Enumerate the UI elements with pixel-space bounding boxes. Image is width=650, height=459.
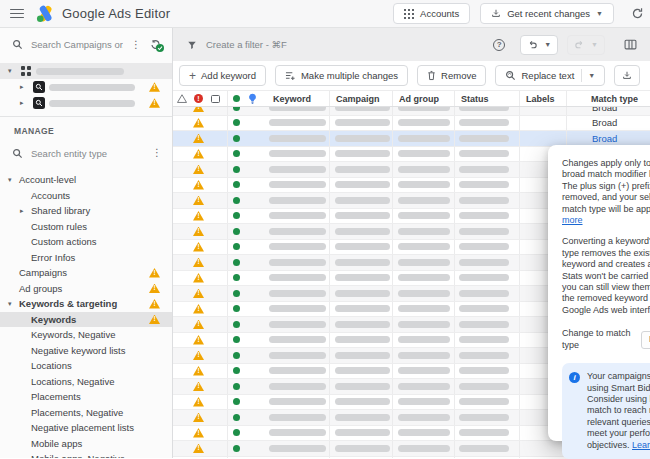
table-row[interactable]: Broad	[173, 107, 650, 116]
column-header-labels[interactable]: Labels	[520, 94, 555, 104]
match-type-cell: Broad	[592, 117, 617, 128]
more-options-icon[interactable]: ⋮	[152, 148, 162, 158]
entity-search-placeholder: Search entity type	[31, 148, 144, 159]
add-keyword-button[interactable]: + Add keyword	[179, 65, 266, 86]
sidebar-nav-item[interactable]: Mobile apps	[0, 436, 172, 452]
redacted-status	[459, 197, 509, 204]
sidebar-nav-item[interactable]: Negative placement lists	[0, 420, 172, 436]
redo-button-disabled: ▼	[567, 35, 605, 55]
chevron-down-icon[interactable]: ▼	[581, 69, 595, 82]
redacted-campaign	[335, 274, 390, 281]
help-icon[interactable]: ?	[493, 39, 505, 51]
redacted-campaign	[335, 352, 390, 359]
info-learn-more-link[interactable]: Learn more	[632, 440, 650, 450]
sidebar-nav-item[interactable]: Accounts	[0, 188, 172, 204]
redacted-status	[459, 290, 509, 297]
nav-item-label: Accounts	[31, 190, 70, 201]
warning-icon	[149, 299, 160, 309]
nav-item-label: Negative placement lists	[31, 422, 134, 433]
columns-icon[interactable]	[618, 35, 642, 55]
enabled-status-icon	[233, 414, 240, 421]
dialog-paragraph-2: Converting a keyword's match type remove…	[562, 236, 650, 316]
warning-icon	[149, 82, 160, 92]
redacted-adgroup	[398, 135, 450, 142]
undo-button[interactable]: ▼	[520, 35, 558, 55]
main-panel: Create a filter - ⌘F ? ▼ ▼ + Add keyword	[173, 28, 650, 458]
table-row[interactable]: Broad	[173, 116, 650, 132]
sidebar-nav-item[interactable]: Keywords	[0, 312, 172, 328]
campaign-search[interactable]: Search Campaigns or... ⋮	[0, 28, 172, 61]
replace-text-button[interactable]: Replace text ▼	[495, 65, 605, 86]
sidebar-nav-item[interactable]: ▸ Shared library	[0, 203, 172, 219]
account-root-item[interactable]: ▾	[0, 63, 172, 79]
redacted-status	[459, 414, 509, 421]
redacted-campaign	[335, 290, 390, 297]
sidebar-nav-item[interactable]: Ad groups	[0, 281, 172, 297]
redacted-status	[459, 259, 509, 266]
comments-column-icon[interactable]	[207, 95, 224, 103]
accounts-button[interactable]: Accounts	[393, 3, 470, 24]
redacted-keyword	[269, 352, 326, 359]
entity-type-search[interactable]: Search entity type ⋮	[0, 138, 172, 168]
redacted-status	[459, 305, 509, 312]
sidebar-nav-item[interactable]: ▾ Keywords & targeting	[0, 296, 172, 312]
sidebar-nav-item[interactable]: ▾ Account-level	[0, 172, 172, 188]
column-header-campaign[interactable]: Campaign	[330, 94, 380, 104]
redacted-status	[459, 119, 509, 126]
refresh-button[interactable]	[624, 3, 650, 24]
suggestions-column-icon[interactable]	[244, 93, 260, 105]
warning-icon	[193, 149, 204, 159]
create-filter-label[interactable]: Create a filter - ⌘F	[206, 39, 484, 50]
errors-column-icon[interactable]: !	[190, 94, 207, 103]
remove-button[interactable]: Remove	[417, 65, 486, 86]
redacted-campaign	[335, 212, 390, 219]
chevron-down-icon: ▼	[544, 41, 551, 48]
column-header-matchtype[interactable]: Match type	[591, 94, 638, 104]
sidebar-nav-item[interactable]: Custom actions	[0, 234, 172, 250]
change-match-type-label: Change to match type	[562, 328, 641, 351]
make-multiple-changes-button[interactable]: Make multiple changes	[275, 65, 408, 86]
sidebar-nav-item[interactable]: Custom rules	[0, 219, 172, 235]
action-toolbar: + Add keyword Make multiple changes Remo…	[173, 61, 650, 90]
nav-item-label: Mobile apps, Negative	[31, 453, 125, 458]
column-header-adgroup[interactable]: Ad group	[393, 94, 439, 104]
filter-funnel-icon	[187, 40, 197, 50]
sidebar-nav-item[interactable]: Placements, Negative	[0, 405, 172, 421]
menu-icon[interactable]	[10, 9, 24, 19]
more-options-icon[interactable]: ⋮	[131, 40, 141, 50]
warning-icon	[193, 413, 204, 423]
redacted-adgroup	[398, 398, 450, 405]
sidebar-nav-item[interactable]: Error Infos	[0, 250, 172, 266]
warnings-column-icon[interactable]	[173, 94, 190, 103]
redacted-campaign	[335, 181, 390, 188]
caret-icon: ▾	[8, 300, 19, 308]
get-recent-changes-button[interactable]: Get recent changes ▼	[480, 3, 614, 24]
redacted-campaign	[335, 243, 390, 250]
sidebar-nav-item[interactable]: Locations	[0, 358, 172, 374]
column-header-keyword[interactable]: Keyword	[265, 94, 311, 104]
export-button[interactable]	[614, 65, 640, 86]
redacted-campaign	[335, 305, 390, 312]
search-icon	[12, 148, 23, 159]
column-header-status[interactable]: Status	[455, 94, 489, 104]
sidebar-nav-item[interactable]: Campaigns	[0, 265, 172, 281]
match-type-select[interactable]: Broad ▼	[641, 331, 650, 349]
enabled-status-icon	[233, 445, 240, 452]
warning-icon	[193, 258, 204, 268]
redacted-adgroup	[398, 150, 450, 157]
enabled-status-icon	[233, 290, 240, 297]
sidebar-nav-item[interactable]: Locations, Negative	[0, 374, 172, 390]
sidebar-nav-item[interactable]: Placements	[0, 389, 172, 405]
redacted-adgroup	[398, 305, 450, 312]
account-item[interactable]: ▸	[0, 95, 172, 111]
nav-item-label: Shared library	[31, 205, 90, 216]
enabled-status-icon	[233, 259, 240, 266]
redacted-adgroup	[398, 367, 450, 374]
sidebar-nav-item[interactable]: Negative keyword lists	[0, 343, 172, 359]
redacted-account-name	[49, 84, 135, 91]
active-status-column-icon[interactable]	[228, 95, 244, 102]
sidebar-nav-item[interactable]: Keywords, Negative	[0, 327, 172, 343]
sidebar-nav-item[interactable]: Mobile apps, Negative	[0, 451, 172, 458]
info-text: Your campaigns are using Smart Bidding. …	[587, 371, 650, 449]
account-item[interactable]: ▸	[0, 79, 172, 95]
